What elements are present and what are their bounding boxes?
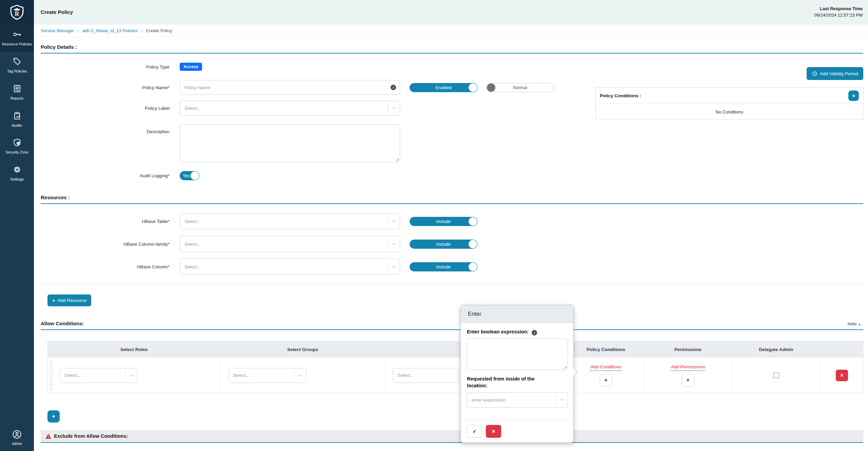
- allow-condition-row: Select... Select...: [48, 357, 863, 393]
- select-users-placeholder: Select...: [393, 373, 458, 378]
- popup-confirm-button[interactable]: ✓: [467, 425, 482, 438]
- policy-label-label: Policy Label: [41, 106, 170, 111]
- policy-enabled-toggle[interactable]: Enabled: [410, 83, 477, 92]
- topbar: Create Policy Last Response Time 09/24/2…: [34, 0, 868, 24]
- hbase-column-include-toggle[interactable]: Include: [410, 262, 477, 271]
- breadcrumb-current: Create Policy: [146, 28, 172, 33]
- hbase-column-family-label: HBase Column-family*: [41, 242, 170, 247]
- hbase-table-select[interactable]: Select...: [180, 213, 400, 229]
- hbase-column-select[interactable]: Select...: [180, 259, 400, 275]
- resources-heading: Resources :: [41, 194, 863, 204]
- create-policy-page: R Resource Policies Tag Policies Repo: [0, 0, 868, 451]
- plus-icon: +: [604, 377, 608, 384]
- hide-allow-conditions-link[interactable]: hide ▲: [848, 321, 861, 326]
- key-icon: [13, 30, 22, 39]
- check-icon: ✓: [472, 428, 477, 434]
- breadcrumb-separator: ›: [141, 28, 142, 33]
- plus-icon: +: [852, 93, 855, 99]
- sidebar: R Resource Policies Tag Policies Repo: [0, 0, 34, 451]
- add-conditions-plus-button[interactable]: +: [600, 374, 612, 387]
- close-icon: ✕: [840, 373, 844, 378]
- allow-conditions-table: Select Roles Select Groups Select Users …: [47, 341, 863, 393]
- toggle-knob: [469, 263, 477, 271]
- include-label: Include: [436, 264, 451, 269]
- allow-conditions-header: Allow Conditions: hide ▲: [41, 321, 863, 330]
- hbase-table-placeholder: Select...: [180, 219, 388, 224]
- plus-icon: +: [52, 413, 55, 420]
- hbase-column-family-select[interactable]: Select...: [180, 236, 400, 252]
- delete-row-button[interactable]: ✕: [836, 370, 848, 381]
- audit-logging-toggle[interactable]: Yes: [180, 171, 199, 180]
- sidebar-item-label: Security Zone: [5, 150, 28, 155]
- popup-cancel-button[interactable]: ✕: [486, 425, 501, 438]
- shield-user-icon: [13, 138, 22, 147]
- allow-conditions-heading: Allow Conditions:: [41, 321, 84, 326]
- location-label: Requested from inside of the location:: [467, 376, 552, 389]
- policy-name-input[interactable]: [180, 80, 400, 95]
- popup-body: Enter boolean expression: i Requested fr…: [461, 323, 573, 408]
- policy-override-toggle[interactable]: Normal: [486, 83, 554, 92]
- add-resource-button[interactable]: + Add Resource: [47, 294, 91, 306]
- select-groups-dropdown[interactable]: Select...: [228, 368, 306, 383]
- username-label: admin: [12, 441, 22, 446]
- ranger-logo[interactable]: R: [0, 0, 34, 24]
- hbase-table-include-toggle[interactable]: Include: [410, 217, 477, 226]
- last-response-time-label: Last Response Time: [814, 6, 863, 12]
- select-users-dropdown[interactable]: Select...: [393, 368, 471, 383]
- plus-icon: +: [686, 377, 690, 384]
- column-header-select-roles: Select Roles: [48, 342, 221, 357]
- include-label: Include: [436, 242, 451, 247]
- breadcrumb-separator: ›: [77, 28, 79, 33]
- user-avatar-icon: [12, 429, 22, 439]
- select-groups-placeholder: Select...: [229, 373, 294, 378]
- include-label: Include: [436, 219, 451, 224]
- add-validity-period-label: Add Validity Period: [820, 71, 858, 76]
- policy-enabled-label: Enabled: [435, 85, 452, 90]
- hbase-column-placeholder: Select...: [180, 264, 388, 269]
- boolean-expression-label: Enter boolean expression: i: [467, 329, 567, 335]
- sidebar-item-label: Resource Policies: [2, 42, 32, 47]
- description-textarea[interactable]: [180, 124, 400, 162]
- caret-up-icon: ▲: [858, 322, 861, 326]
- toggle-knob: [469, 240, 477, 248]
- hbase-column-family-include-toggle[interactable]: Include: [410, 240, 477, 249]
- sidebar-item-reports[interactable]: Reports: [0, 79, 34, 106]
- add-permissions-plus-button[interactable]: +: [682, 374, 694, 387]
- add-validity-period-button[interactable]: Add Validity Period: [807, 67, 863, 80]
- add-allow-condition-row-button[interactable]: +: [47, 410, 60, 423]
- add-permissions-link[interactable]: Add Permissions: [671, 364, 705, 371]
- sidebar-item-settings[interactable]: Settings: [0, 160, 34, 187]
- sidebar-item-label: Tag Policies: [7, 69, 27, 74]
- resize-handle[interactable]: [395, 157, 399, 161]
- location-expression-placeholder: enter expression: [467, 397, 556, 403]
- policy-label-select[interactable]: Select...: [180, 101, 400, 116]
- add-conditions-link[interactable]: Add Conditions: [590, 364, 622, 371]
- boolean-expression-textarea[interactable]: [467, 339, 568, 370]
- location-expression-input[interactable]: enter expression: [467, 392, 568, 408]
- add-policy-condition-button[interactable]: +: [848, 90, 859, 101]
- exclude-heading: Exclude from Allow Conditions:: [54, 433, 128, 439]
- column-header-actions: [821, 342, 863, 357]
- resize-handle[interactable]: [563, 365, 567, 369]
- audit-logging-value: Yes: [183, 173, 190, 178]
- main-area: Create Policy Last Response Time 09/24/2…: [34, 0, 868, 451]
- sidebar-item-resource-policies[interactable]: Resource Policies: [0, 24, 34, 52]
- drag-handle[interactable]: [50, 360, 53, 390]
- delegate-admin-checkbox[interactable]: [773, 372, 779, 378]
- sidebar-item-security-zone[interactable]: Security Zone: [0, 132, 34, 160]
- sidebar-item-tag-policies[interactable]: Tag Policies: [0, 52, 34, 79]
- policy-override-label: Normal: [513, 85, 527, 90]
- select-roles-dropdown[interactable]: Select...: [60, 368, 138, 383]
- breadcrumb-service-manager[interactable]: Service Manager: [41, 28, 74, 33]
- chevron-down-icon: [388, 105, 400, 111]
- svg-text:R: R: [15, 11, 20, 17]
- permissions-cell: Add Permissions +: [645, 357, 732, 393]
- ranger-shield-icon: R: [9, 4, 24, 20]
- breadcrumb-policies[interactable]: adh-2_hbase_id_13 Policies: [82, 28, 138, 33]
- sidebar-user-menu[interactable]: admin: [0, 427, 34, 449]
- add-resource-label: Add Resource: [58, 298, 87, 303]
- policy-type-badge: Access: [180, 63, 202, 71]
- sidebar-item-audits[interactable]: Audits: [0, 106, 34, 133]
- report-icon: [13, 84, 22, 93]
- chevron-down-icon: [388, 264, 400, 269]
